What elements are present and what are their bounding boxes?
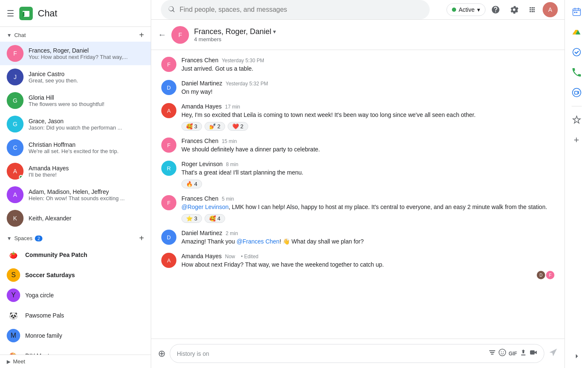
mention[interactable]: @Roger Levinson [181, 204, 228, 210]
reaction[interactable]: ❤️ 2 [228, 122, 248, 131]
read-receipts: D F [537, 271, 554, 279]
reaction[interactable]: ⭐ 3 [181, 214, 202, 223]
spaces-badge: 2 [35, 236, 42, 241]
sender-name: Frances Chen [181, 57, 218, 64]
message-avatar: R [161, 161, 176, 176]
message-content: Amanda Hayes 17 min Hey, I'm so excited … [181, 103, 554, 131]
chat-name: Christian Hoffman [29, 141, 144, 148]
star-icon[interactable] [568, 111, 585, 128]
help-button[interactable] [487, 1, 504, 18]
conversation-title: Frances, Roger, Daniel [194, 27, 271, 36]
panel-divider [572, 106, 582, 106]
chat-preview: The flowers were so thoughtful! [29, 101, 144, 107]
space-item[interactable]: Y Yoga circle [0, 285, 151, 305]
chat-chevron: ▼ [7, 32, 12, 38]
space-item[interactable]: S Soccer Saturdays [0, 265, 151, 285]
message-header: Daniel Martinez 2 min [181, 230, 554, 236]
spaces-section-header[interactable]: ▼ Spaces 2 + [0, 230, 151, 245]
upload-button[interactable] [520, 349, 527, 358]
apps-button[interactable] [524, 1, 541, 18]
reaction[interactable]: 🥰 4 [205, 214, 225, 223]
conversation-name[interactable]: Frances, Roger, Daniel ▾ [194, 27, 558, 36]
gif-button[interactable]: GIF [509, 351, 517, 357]
search-input[interactable] [179, 6, 423, 13]
reaction[interactable]: 🥰 3 [181, 122, 202, 131]
message-input-box[interactable]: History is on GIF [170, 344, 544, 363]
tasks-icon[interactable] [568, 44, 585, 61]
chat-info: Keith, Alexander [29, 215, 144, 222]
message-content: Frances Chen 15 min We should definitely… [181, 138, 554, 154]
chat-section-label: Chat [14, 32, 26, 38]
chat-item[interactable]: A Adam, Madison, Helen, Jeffrey Helen: O… [0, 183, 151, 207]
space-icon: S [7, 268, 20, 282]
chat-item[interactable]: F Frances, Roger, Daniel You: How about … [0, 42, 151, 65]
svg-point-3 [503, 352, 504, 352]
chat-avatar: G [7, 116, 24, 132]
meet-chevron: ▶ [7, 359, 10, 365]
reactions: 🔥 4 [181, 180, 554, 188]
mention[interactable]: @Frances Chen [236, 238, 279, 245]
reactions: ⭐ 3🥰 4 [181, 214, 554, 223]
message-content: Amanda Hayes Now • Edited How about next… [181, 253, 554, 279]
space-item[interactable]: 🐼 Pawsome Pals [0, 305, 151, 326]
add-space-button[interactable]: + [139, 233, 144, 243]
chevron-right-icon[interactable] [568, 348, 585, 365]
emoji-button[interactable] [499, 349, 506, 358]
reaction[interactable]: 💅 2 [205, 122, 225, 131]
space-icon: 🍅 [7, 248, 20, 262]
format-button[interactable] [488, 349, 496, 358]
input-placeholder: History is on [177, 350, 209, 357]
message-content: Frances Chen 5 min @Roger Levinson, LMK … [181, 195, 554, 223]
chat-info: Christian Hoffman We're all set. He's ex… [29, 141, 144, 154]
message-time: 2 min [226, 230, 238, 236]
meet-header[interactable]: ▶ Meet [7, 358, 144, 365]
menu-icon[interactable]: ☰ [7, 8, 14, 19]
search-bar[interactable] [161, 0, 430, 19]
chat-info: Grace, Jason Jason: Did you watch the pe… [29, 118, 144, 131]
add-attachment-button[interactable]: ⊕ [158, 348, 165, 359]
space-name: Community Pea Patch [25, 252, 87, 258]
status-dot [452, 8, 456, 12]
video-button[interactable] [530, 349, 537, 358]
message-time: 17 min [225, 104, 240, 110]
chat-item[interactable]: G Gloria Hill The flowers were so though… [0, 89, 151, 112]
chat-item[interactable]: C Christian Hoffman We're all set. He's … [0, 136, 151, 159]
spaces-section-label: Spaces [14, 235, 32, 241]
status-chevron: ▾ [477, 6, 480, 13]
chat-preview: Helen: Oh wow! That sounds exciting ... [29, 195, 144, 201]
add-chat-button[interactable]: + [139, 30, 144, 40]
message-avatar: A [161, 253, 176, 268]
chat-avatar: K [7, 210, 24, 227]
input-area: ⊕ History is on GIF [151, 339, 564, 368]
duo-icon[interactable] [568, 84, 585, 101]
chat-avatar: J [7, 69, 24, 85]
spaces-list: 🍅 Community Pea Patch S Soccer Saturdays… [0, 245, 151, 355]
svg-point-8 [573, 48, 580, 56]
space-name: Pawsome Pals [25, 312, 64, 319]
settings-button[interactable] [506, 1, 522, 18]
status-button[interactable]: Active ▾ [446, 3, 486, 16]
space-item[interactable]: M Monroe family [0, 326, 151, 346]
chat-item[interactable]: J Janice Castro Great, see you then. [0, 65, 151, 89]
space-item[interactable]: 🎨 DIY Masters [0, 346, 151, 355]
send-button[interactable] [549, 348, 558, 359]
sender-name: Daniel Martinez [181, 80, 222, 87]
chat-section-header[interactable]: ▼ Chat + [0, 27, 151, 42]
message-header: Amanda Hayes 17 min [181, 103, 554, 110]
chat-item[interactable]: A Amanda Hayes I'll be there! [0, 159, 151, 183]
back-button[interactable]: ← [158, 30, 166, 40]
sender-name: Frances Chen [181, 138, 218, 144]
sender-name: Amanda Hayes [181, 253, 222, 259]
chat-item[interactable]: K Keith, Alexander [0, 207, 151, 230]
reaction[interactable]: 🔥 4 [181, 180, 202, 188]
user-avatar[interactable]: A [543, 2, 558, 17]
calendar-icon[interactable] [568, 3, 585, 20]
add-panel-button[interactable]: + [568, 132, 585, 148]
chat-item[interactable]: G Grace, Jason Jason: Did you watch the … [0, 112, 151, 136]
chat-name: Gloria Hill [29, 94, 144, 101]
space-item[interactable]: 🍅 Community Pea Patch [0, 245, 151, 265]
sender-name: Frances Chen [181, 195, 218, 202]
drive-icon[interactable] [568, 24, 585, 40]
chat-name: Janice Castro [29, 71, 144, 77]
phone-icon[interactable] [568, 64, 585, 81]
